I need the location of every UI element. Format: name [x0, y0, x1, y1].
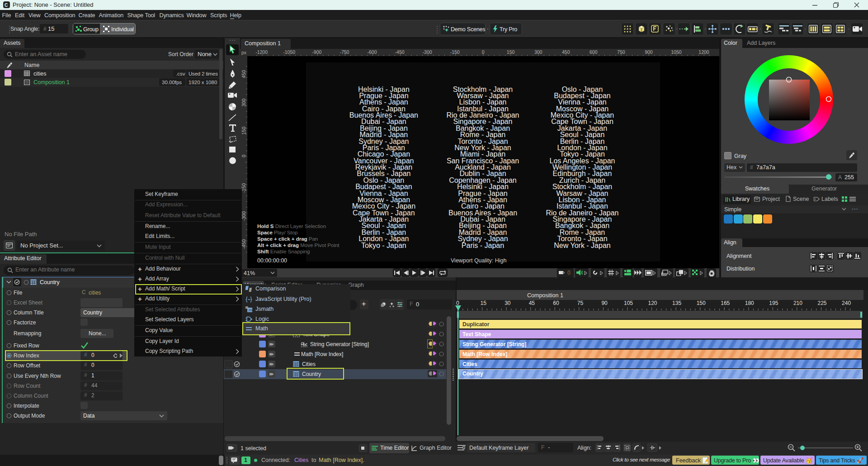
svg-text:JS: JS — [248, 308, 252, 312]
